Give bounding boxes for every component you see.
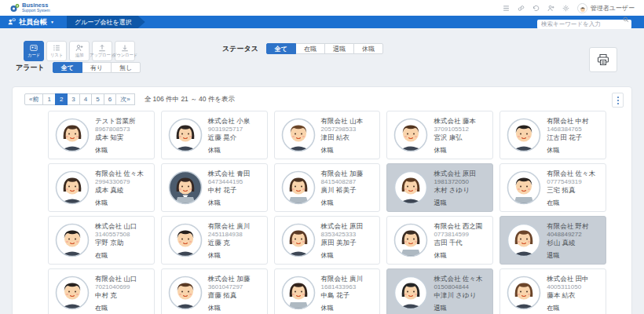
employee-card[interactable]: 株式会社 小泉 9031925717 近藤 晃介 休職 bbox=[161, 111, 268, 159]
pagination-page-3[interactable]: 3 bbox=[67, 93, 79, 105]
employee-card[interactable]: 有限会社 加藤 8415408287 廣川 裕美子 休職 bbox=[274, 163, 381, 212]
employee-avatar bbox=[507, 118, 541, 152]
top-bar: Business Support System bbox=[0, 0, 644, 16]
print-button[interactable] bbox=[589, 47, 617, 72]
company-name: 株式会社 田中 bbox=[547, 275, 588, 283]
status-label: 休職 bbox=[434, 251, 482, 260]
employee-info: 有限会社 西之園 0773814599 吉田 千代 休職 bbox=[434, 217, 482, 264]
employee-name: 中村 克 bbox=[95, 291, 137, 300]
company-name: 有限会社 佐々木 bbox=[547, 170, 595, 178]
pagination-prev[interactable]: «前 bbox=[24, 93, 43, 105]
status-label: 在職 bbox=[547, 199, 595, 207]
employee-card[interactable]: 有限会社 廣川 1681433963 中島 花子 休職 bbox=[274, 268, 381, 314]
user-add-icon[interactable] bbox=[547, 5, 554, 12]
nav-bar: 社員台帳 ▼ グループ会社を選択 bbox=[0, 16, 644, 28]
employee-card[interactable]: 有限会社 中村 1468384765 江古田 花子 休職 bbox=[499, 111, 606, 159]
add-button[interactable]: 追加 bbox=[69, 41, 90, 61]
employee-name: 江古田 花子 bbox=[547, 133, 588, 142]
list-view-button[interactable]: リスト bbox=[46, 41, 67, 61]
status-option-all[interactable]: 全て bbox=[266, 43, 296, 54]
status-label: 休職 bbox=[208, 304, 250, 312]
employee-card[interactable]: 株式会社 藤本 3709105512 宮沢 康弘 休職 bbox=[386, 111, 493, 159]
employee-card[interactable]: 株式会社 原田 8353425333 原田 美加子 休職 bbox=[274, 216, 381, 265]
alert-filter-options: 全て 有り 無し bbox=[53, 62, 141, 73]
employee-card[interactable]: 有限会社 廣川 2451184938 近藤 克 休職 bbox=[161, 216, 268, 265]
employee-card[interactable]: 株式会社 田中 4005311050 藤本 結衣 在職 bbox=[499, 268, 606, 314]
company-name: 有限会社 廣川 bbox=[321, 275, 363, 283]
employee-card[interactable]: 株式会社 山口 3140557508 宇野 京助 在職 bbox=[48, 216, 155, 265]
phone-number: 3709105512 bbox=[434, 126, 475, 133]
panel-menu-button[interactable] bbox=[612, 93, 624, 108]
company-name: 有限会社 山口 bbox=[95, 275, 137, 283]
menu-icon[interactable] bbox=[503, 5, 510, 12]
employee-avatar bbox=[55, 170, 90, 205]
phone-number: 2994330679 bbox=[95, 178, 144, 186]
employee-info: 有限会社 廣川 2451184938 近藤 克 休職 bbox=[208, 217, 250, 264]
employee-avatar bbox=[281, 276, 316, 310]
employee-card[interactable]: 有限会社 西之園 0773814599 吉田 千代 休職 bbox=[386, 216, 493, 265]
employee-card[interactable]: 株式会社 青田 6473444195 中村 花子 休職 bbox=[161, 163, 268, 212]
status-label: 退職 bbox=[547, 251, 588, 260]
company-name: 株式会社 青田 bbox=[208, 170, 250, 178]
alert-option-no[interactable]: 無し bbox=[111, 62, 141, 73]
logo-line2: Support System bbox=[22, 9, 50, 13]
user-menu[interactable]: 管理者ユーザー bbox=[577, 3, 635, 13]
employee-name: 廣川 裕美子 bbox=[321, 186, 363, 195]
pagination-next[interactable]: 次» bbox=[115, 93, 134, 105]
upload-label: アップロード bbox=[90, 53, 115, 58]
employee-avatar bbox=[281, 223, 316, 257]
download-button[interactable]: ダウンロード bbox=[115, 41, 135, 61]
pagination-page-4[interactable]: 4 bbox=[79, 93, 92, 105]
status-option-active[interactable]: 在職 bbox=[295, 43, 325, 54]
pagination-page-2[interactable]: 2 bbox=[55, 93, 68, 105]
status-label: 休職 bbox=[547, 146, 588, 155]
employee-info: 有限会社 廣川 1681433963 中島 花子 休職 bbox=[321, 269, 363, 314]
settings-icon[interactable] bbox=[562, 5, 569, 12]
status-option-leave[interactable]: 休職 bbox=[353, 43, 383, 54]
phone-number: 2451184938 bbox=[208, 231, 250, 239]
employee-name: 宇野 京助 bbox=[95, 239, 137, 247]
employee-name: 藤本 結衣 bbox=[547, 291, 588, 300]
list-view-label: リスト bbox=[50, 53, 63, 58]
employee-card[interactable]: 株式会社 原田 1981372050 木村 さゆり 退職 bbox=[386, 163, 493, 212]
employee-card[interactable]: 有限会社 山口 7021040699 中村 克 在職 bbox=[48, 268, 155, 314]
employee-name: 齋藤 拓真 bbox=[208, 291, 250, 300]
employee-card[interactable]: 有限会社 佐々木 2994330679 成本 真綾 休職 bbox=[48, 163, 155, 212]
pagination-page-1[interactable]: 1 bbox=[42, 93, 55, 105]
alert-option-all[interactable]: 全て bbox=[53, 62, 82, 73]
employee-card[interactable]: 株式会社 加藤 3601047297 齋藤 拓真 休職 bbox=[161, 268, 268, 314]
phone-number: 1468384765 bbox=[547, 126, 588, 133]
employee-card[interactable]: テスト営業所 8967808573 成本 知実 休職 bbox=[48, 111, 155, 159]
employee-info: 株式会社 加藤 3601047297 齋藤 拓真 休職 bbox=[208, 269, 250, 314]
employee-info: 株式会社 原田 8353425333 原田 美加子 休職 bbox=[321, 217, 363, 264]
search-input[interactable] bbox=[537, 20, 631, 29]
history-icon[interactable] bbox=[532, 5, 540, 12]
pagination-page-5[interactable]: 5 bbox=[91, 93, 104, 105]
breadcrumb-label: グループ会社を選択 bbox=[75, 18, 132, 27]
employee-card[interactable]: 有限会社 山本 2057298533 津田 結衣 休職 bbox=[274, 111, 381, 159]
breadcrumb-select-group-company[interactable]: グループ会社を選択 bbox=[67, 16, 145, 28]
company-name: 有限会社 野村 bbox=[547, 222, 588, 231]
employee-card[interactable]: 株式会社 佐々木 0150804844 中津川 さゆり 退職 bbox=[386, 268, 493, 314]
search-box bbox=[537, 15, 631, 29]
pagination-page-6[interactable]: 6 bbox=[104, 93, 116, 105]
card-view-button[interactable]: カード bbox=[24, 41, 44, 61]
company-name: 有限会社 佐々木 bbox=[95, 170, 144, 178]
upload-button[interactable]: アップロード bbox=[92, 41, 112, 61]
link-icon[interactable] bbox=[518, 5, 525, 12]
employee-avatar bbox=[55, 276, 90, 310]
employee-info: 株式会社 青田 6473444195 中村 花子 休職 bbox=[208, 164, 250, 211]
app-logo[interactable]: Business Support System bbox=[9, 2, 50, 13]
employee-info: 株式会社 藤本 3709105512 宮沢 康弘 休職 bbox=[434, 111, 475, 159]
employee-card[interactable]: 有限会社 野村 4048849272 杉山 真綾 退職 bbox=[499, 216, 606, 265]
status-option-retired[interactable]: 退職 bbox=[324, 43, 354, 54]
search-icon[interactable] bbox=[623, 16, 629, 23]
employee-name: 中津川 さゆり bbox=[434, 291, 482, 300]
alert-option-yes[interactable]: 有り bbox=[82, 62, 112, 73]
company-name: 株式会社 山口 bbox=[95, 222, 137, 231]
app-menu-employee-ledger[interactable]: 社員台帳 ▼ bbox=[0, 16, 62, 28]
alert-filter: アラート 全て 有り 無し bbox=[16, 62, 141, 73]
employee-info: 有限会社 佐々木 2994330679 成本 真綾 休職 bbox=[95, 164, 144, 211]
company-name: 有限会社 廣川 bbox=[208, 222, 250, 231]
employee-card[interactable]: 有限会社 佐々木 0777549319 三宅 拓真 在職 bbox=[499, 163, 606, 212]
